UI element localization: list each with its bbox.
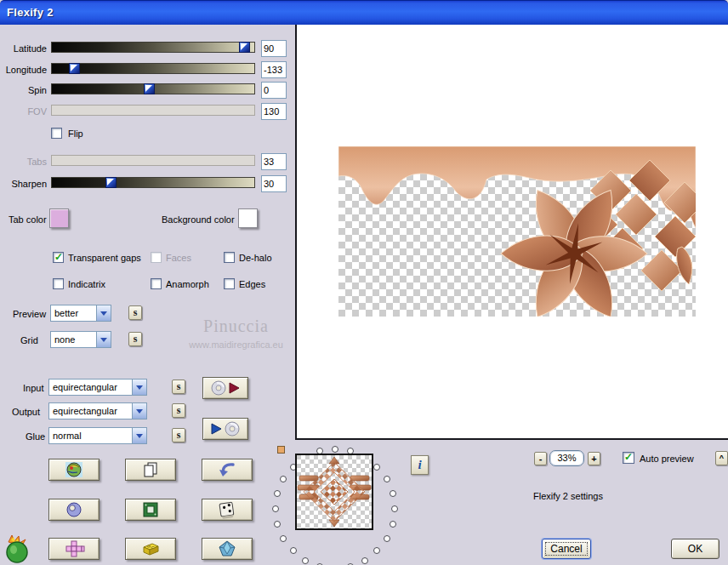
de-halo-checkbox[interactable] xyxy=(224,252,235,263)
indicatrix-label: Indicatrix xyxy=(68,278,105,290)
latitude-slider-handle[interactable] xyxy=(239,42,250,53)
input-s-button[interactable]: s xyxy=(172,380,185,394)
memory-dot[interactable] xyxy=(390,490,396,497)
output-select-label: Output xyxy=(12,406,40,418)
memory-dot[interactable] xyxy=(373,464,380,471)
zoom-level[interactable]: 33% xyxy=(549,450,584,466)
longitude-value-input[interactable] xyxy=(261,61,287,78)
grid-select[interactable]: none xyxy=(50,331,111,348)
de-halo-label: De-halo xyxy=(239,252,272,264)
fov-label: FOV xyxy=(0,106,47,117)
sharpen-slider[interactable] xyxy=(51,177,255,188)
anamorph-label: Anamorph xyxy=(166,278,209,290)
memory-dot[interactable] xyxy=(272,505,279,512)
spin-value-input[interactable] xyxy=(261,82,287,99)
edges-checkbox[interactable] xyxy=(224,278,235,289)
auto-preview-checkbox[interactable] xyxy=(623,452,634,464)
preview-select-label: Preview xyxy=(13,308,46,320)
memory-dot[interactable] xyxy=(290,547,297,554)
cube-net-icon xyxy=(63,540,85,557)
torus-icon xyxy=(65,501,82,518)
dial-marker[interactable] xyxy=(277,446,285,454)
memory-dot[interactable] xyxy=(332,446,338,453)
copy-button[interactable] xyxy=(125,459,176,481)
longitude-slider[interactable] xyxy=(51,63,255,74)
fov-value-input[interactable] xyxy=(261,103,287,120)
edges-label: Edges xyxy=(239,278,265,290)
zoom-in-button[interactable]: + xyxy=(588,452,600,465)
window-title: Flexify 2 xyxy=(7,6,54,19)
memory-dot[interactable] xyxy=(280,476,287,482)
transparent-gaps-label: Transparent gaps xyxy=(68,252,141,264)
polyhedron-button[interactable] xyxy=(202,538,253,560)
memory-dot[interactable] xyxy=(274,490,281,497)
faces-label: Faces xyxy=(166,252,191,264)
chevron-down-icon[interactable] xyxy=(96,305,111,321)
collapse-button[interactable]: ^ xyxy=(715,451,728,465)
latitude-slider[interactable] xyxy=(51,42,255,53)
info-button[interactable]: i xyxy=(411,455,429,475)
ok-button[interactable]: OK xyxy=(671,539,719,559)
output-s-button[interactable]: s xyxy=(172,403,185,418)
indicatrix-checkbox[interactable] xyxy=(53,278,64,289)
longitude-slider-handle[interactable] xyxy=(69,63,80,74)
brick-button[interactable] xyxy=(125,538,176,560)
fov-slider xyxy=(51,105,255,116)
load-image-button[interactable] xyxy=(48,459,100,481)
tab-color-swatch[interactable] xyxy=(49,208,69,228)
background-color-swatch[interactable] xyxy=(238,208,258,228)
cancel-button[interactable]: Cancel xyxy=(542,539,591,559)
glue-select[interactable]: normal xyxy=(48,427,147,444)
unfold-cube-button[interactable] xyxy=(48,538,100,560)
memory-dot[interactable] xyxy=(361,557,368,564)
flaming-pear-logo[interactable] xyxy=(3,534,34,564)
preview-image xyxy=(338,146,696,317)
chevron-down-icon[interactable] xyxy=(132,428,146,443)
seed-pattern xyxy=(297,455,372,528)
output-select[interactable]: equirectangular xyxy=(48,402,147,419)
undo-button[interactable] xyxy=(202,459,253,481)
preview-s-button[interactable]: s xyxy=(128,305,142,320)
tabs-value-input[interactable] xyxy=(261,153,287,170)
cd-play-icon xyxy=(209,380,242,396)
memory-dot[interactable] xyxy=(391,505,398,512)
memory-dot[interactable] xyxy=(280,535,287,542)
watermark-url: www.maidiregrafica.eu xyxy=(174,340,298,350)
preview-select[interactable]: better xyxy=(50,305,111,322)
tab-color-label: Tab color xyxy=(9,214,47,225)
memory-dot[interactable] xyxy=(373,547,380,554)
latitude-value-input[interactable] xyxy=(261,40,287,57)
input-select[interactable]: equirectangular xyxy=(48,379,147,396)
memory-dot[interactable] xyxy=(274,521,281,528)
spin-label: Spin xyxy=(0,84,47,96)
randomize-button[interactable] xyxy=(202,499,253,521)
torus-button[interactable] xyxy=(48,499,100,521)
memory-dot[interactable] xyxy=(384,476,390,482)
transparent-gaps-checkbox[interactable] xyxy=(53,252,64,263)
polyhedron-icon xyxy=(219,540,236,557)
grid-s-button[interactable]: s xyxy=(128,332,142,346)
grid-select-label: Grid xyxy=(20,334,38,346)
chevron-down-icon[interactable] xyxy=(132,403,146,419)
anamorph-checkbox[interactable] xyxy=(151,278,162,289)
status-text: Flexify 2 settings xyxy=(533,490,603,502)
chip-button[interactable] xyxy=(125,499,176,521)
seed-thumbnail[interactable] xyxy=(295,454,373,530)
save-settings-button[interactable] xyxy=(202,418,248,440)
memory-dot[interactable] xyxy=(302,557,309,564)
sharpen-value-input[interactable] xyxy=(261,175,287,192)
longitude-label: Longitude xyxy=(0,64,47,76)
chevron-down-icon[interactable] xyxy=(132,380,146,395)
spin-slider[interactable] xyxy=(51,83,255,94)
glue-s-button[interactable]: s xyxy=(172,428,185,442)
memory-dot[interactable] xyxy=(390,521,396,528)
flip-checkbox[interactable] xyxy=(51,128,62,139)
output-select-value: equirectangular xyxy=(49,406,132,416)
zoom-out-button[interactable]: - xyxy=(534,452,547,465)
spin-slider-handle[interactable] xyxy=(144,83,155,94)
sharpen-slider-handle[interactable] xyxy=(105,177,117,188)
load-settings-button[interactable] xyxy=(202,377,248,399)
watermark-name: Pinuccia xyxy=(183,317,289,336)
chevron-down-icon[interactable] xyxy=(96,332,111,347)
memory-dot[interactable] xyxy=(384,535,390,542)
